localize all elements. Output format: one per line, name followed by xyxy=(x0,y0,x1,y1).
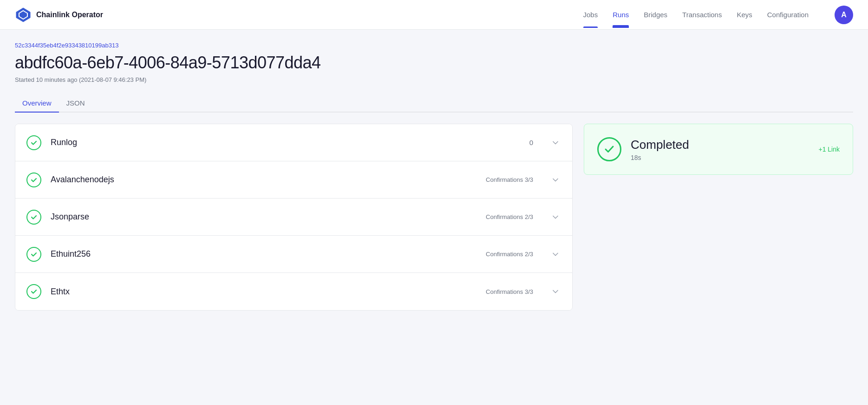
chevron-down-icon xyxy=(551,287,560,296)
step-row-ethuint256: Ethuint256 Confirmations 2/3 xyxy=(15,236,572,273)
nav-configuration[interactable]: Configuration xyxy=(767,1,809,28)
step-status-jsonparse: Confirmations 2/3 xyxy=(486,213,533,220)
check-icon xyxy=(30,288,38,295)
step-row-runlog: Runlog 0 xyxy=(15,124,572,161)
chevron-down-icon xyxy=(551,175,560,185)
nav-jobs[interactable]: Jobs xyxy=(583,1,598,28)
nav-transactions[interactable]: Transactions xyxy=(682,1,722,28)
step-name-ethuint256: Ethuint256 xyxy=(51,249,476,259)
header: Chainlink Operator Jobs Runs Bridges Tra… xyxy=(0,0,868,30)
step-chevron-ethtx[interactable] xyxy=(550,286,561,297)
completed-time: 18s xyxy=(631,154,809,161)
step-row-avalanchenodejs: Avalanchenodejs Confirmations 3/3 xyxy=(15,161,572,199)
step-value-runlog: 0 xyxy=(529,139,533,146)
svg-marker-0 xyxy=(16,8,30,22)
main-nav: Jobs Runs Bridges Transactions Keys Conf… xyxy=(583,1,853,28)
step-check-avalanchenodejs xyxy=(26,173,41,187)
completed-info: Completed 18s xyxy=(631,138,809,161)
completed-check-icon xyxy=(603,143,615,155)
step-check-ethtx xyxy=(26,284,41,299)
step-name-ethtx: Ethtx xyxy=(51,287,476,297)
logo[interactable]: Chainlink Operator xyxy=(15,7,103,23)
logo-text: Chainlink Operator xyxy=(36,11,103,19)
step-status-ethtx: Confirmations 3/3 xyxy=(486,288,533,295)
step-check-ethuint256 xyxy=(26,247,41,262)
step-status-ethuint256: Confirmations 2/3 xyxy=(486,251,533,258)
nav-bridges[interactable]: Bridges xyxy=(644,1,667,28)
chevron-down-icon xyxy=(551,138,560,147)
chevron-down-icon xyxy=(551,250,560,259)
tabs: Overview JSON xyxy=(15,94,853,113)
step-chevron-ethuint256[interactable] xyxy=(550,249,561,260)
step-chevron-jsonparse[interactable] xyxy=(550,212,561,223)
logo-icon xyxy=(15,7,32,23)
completed-link[interactable]: +1 Link xyxy=(818,146,840,153)
nav-keys[interactable]: Keys xyxy=(737,1,752,28)
step-name-jsonparse: Jsonparse xyxy=(51,212,476,222)
step-chevron-avalanchenodejs[interactable] xyxy=(550,174,561,186)
step-name-avalanchenodejs: Avalanchenodejs xyxy=(51,175,476,185)
avatar[interactable]: A xyxy=(835,6,853,24)
content-layout: Runlog 0 Avalanchenodejs Confirmations 3… xyxy=(15,124,853,311)
started-text: Started 10 minutes ago (2021-08-07 9:46:… xyxy=(15,76,853,83)
completed-card: Completed 18s +1 Link xyxy=(584,124,853,175)
step-check-jsonparse xyxy=(26,210,41,225)
check-icon xyxy=(30,139,38,146)
completed-check-circle xyxy=(597,137,621,161)
page-title: abdfc60a-6eb7-4006-84a9-5713d077dda4 xyxy=(15,53,853,73)
tab-overview[interactable]: Overview xyxy=(15,94,59,113)
check-icon xyxy=(30,213,38,221)
chevron-down-icon xyxy=(551,212,560,222)
breadcrumb[interactable]: 52c3344f35eb4f2e93343810199ab313 xyxy=(15,42,118,49)
check-icon xyxy=(30,251,38,258)
check-icon xyxy=(30,176,38,184)
tab-json[interactable]: JSON xyxy=(59,94,92,113)
main-content: 52c3344f35eb4f2e93343810199ab313 abdfc60… xyxy=(0,30,868,322)
step-row-jsonparse: Jsonparse Confirmations 2/3 xyxy=(15,199,572,236)
step-chevron-runlog[interactable] xyxy=(550,137,561,148)
step-row-ethtx: Ethtx Confirmations 3/3 xyxy=(15,273,572,310)
step-name-runlog: Runlog xyxy=(51,138,520,147)
steps-panel: Runlog 0 Avalanchenodejs Confirmations 3… xyxy=(15,124,573,311)
completed-title: Completed xyxy=(631,138,809,152)
nav-runs[interactable]: Runs xyxy=(613,1,629,28)
step-status-avalanchenodejs: Confirmations 3/3 xyxy=(486,176,533,183)
step-check-runlog xyxy=(26,135,41,150)
